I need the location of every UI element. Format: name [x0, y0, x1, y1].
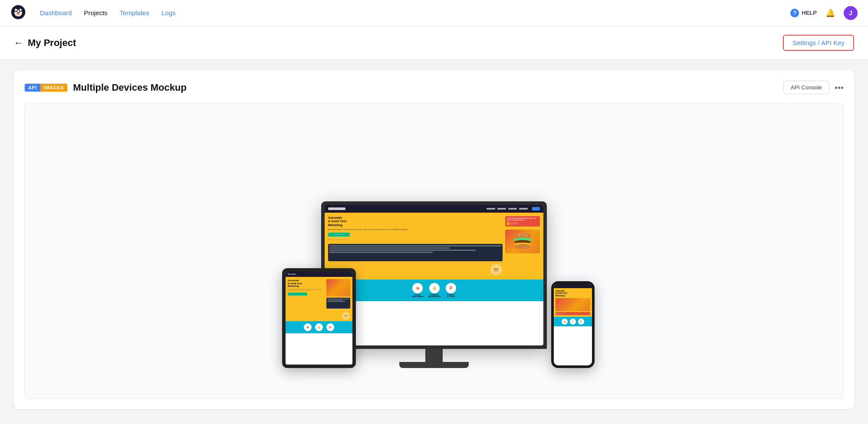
svg-point-5: [20, 8, 22, 10]
svg-point-24: [515, 244, 530, 249]
tablet-bear-icon: [342, 312, 350, 320]
phone-screen: Automate& Scale YourMarketing " Pound fo…: [554, 284, 592, 365]
nav-links: Dashboard Projects Templates Logs: [40, 9, 776, 16]
navbar: Dashboard Projects Templates Logs ? HELP…: [0, 0, 868, 26]
site-hero-subtext: Bannerbear helps you auto-generate socia…: [328, 229, 503, 231]
template-title: Multiple Devices Mockup: [73, 82, 187, 93]
main-content: API IMAGES Multiple Devices Mockup API C…: [0, 60, 868, 420]
bear-mascot-icon: [490, 263, 503, 276]
svg-point-28: [345, 316, 347, 318]
phone-device: Automate& Scale YourMarketing " Pound fo…: [551, 281, 595, 368]
nav-projects[interactable]: Projects: [84, 9, 107, 16]
site-hero-left: Automate& Scale YourMarketing Bannerbear…: [328, 216, 503, 276]
nav-logs[interactable]: Logs: [161, 9, 176, 16]
api-console-button[interactable]: API Console: [783, 81, 829, 94]
tablet-border: Bannerbear Automate& Scale YourMarketing…: [282, 268, 356, 368]
site-navbar: [325, 205, 543, 213]
user-avatar[interactable]: J: [844, 6, 858, 20]
site-hero-right: " Pound for pound, the best burger in to…: [505, 216, 540, 276]
api-badge: API: [25, 84, 40, 92]
svg-point-4: [15, 8, 17, 10]
nav-templates[interactable]: Templates: [120, 9, 149, 16]
site-hero: Automate& Scale YourMarketing Bannerbear…: [325, 213, 543, 279]
settings-api-key-button[interactable]: Settings / API Key: [783, 35, 854, 51]
help-label: HELP: [802, 10, 817, 16]
nav-dashboard[interactable]: Dashboard: [40, 9, 72, 16]
monitor-stand-base: [399, 362, 469, 368]
svg-point-8: [18, 12, 20, 13]
template-card-header: API IMAGES Multiple Devices Mockup API C…: [24, 81, 844, 94]
tablet-device: Bannerbear Automate& Scale YourMarketing…: [282, 268, 356, 368]
page-title: My Project: [28, 37, 76, 49]
aws-partner: A POWERED BYAWS SERVERLESS: [428, 283, 441, 298]
site-logo-bar: [328, 207, 345, 210]
site-lower-partners: ✳ OFFICIALZAPIER PARTNER A POWERED BYAWS…: [325, 279, 543, 301]
back-button[interactable]: ← My Project: [14, 37, 76, 49]
svg-point-7: [17, 12, 18, 13]
preview-container: Automate& Scale YourMarketing Bannerbear…: [24, 103, 844, 399]
svg-point-20: [525, 235, 527, 236]
svg-point-26: [345, 315, 345, 316]
images-badge: IMAGES: [40, 84, 67, 92]
help-button[interactable]: ? HELP: [790, 9, 817, 17]
device-scene: Automate& Scale YourMarketing Bannerbear…: [256, 121, 612, 381]
back-arrow-icon: ←: [14, 37, 23, 49]
svg-point-18: [519, 234, 520, 235]
svg-point-16: [495, 270, 497, 272]
monitor-screen: Automate& Scale YourMarketing Bannerbear…: [325, 205, 543, 345]
page-header: ← My Project Settings / API Key: [0, 26, 868, 60]
logo[interactable]: [10, 4, 26, 22]
site-hero-heading: Automate& Scale YourMarketing: [328, 216, 503, 227]
more-options-button[interactable]: •••: [835, 83, 844, 92]
code-block: [328, 244, 503, 261]
burger-image: [505, 230, 540, 253]
site-nav-cta: [532, 207, 540, 210]
svg-point-19: [522, 234, 524, 235]
svg-point-25: [342, 312, 349, 319]
phone-border: Automate& Scale YourMarketing " Pound fo…: [551, 281, 595, 368]
template-card: API IMAGES Multiple Devices Mockup API C…: [14, 70, 854, 409]
svg-point-15: [497, 269, 498, 270]
navbar-right: ? HELP 🔔 J: [790, 6, 858, 20]
ph-partner: P #1 PRODUCTOF THE DAY: [446, 283, 456, 298]
template-card-actions: API Console •••: [783, 81, 844, 94]
site-cta-button: Get Started for Free: [328, 233, 350, 237]
tablet-screen: Bannerbear Automate& Scale YourMarketing…: [286, 272, 352, 365]
notifications-bell-icon[interactable]: 🔔: [825, 8, 835, 18]
site-nav-links: [487, 208, 528, 210]
badge-group: API IMAGES: [24, 83, 68, 92]
zapier-partner: ✳ OFFICIALZAPIER PARTNER: [412, 283, 423, 298]
monitor-stand-neck: [425, 349, 443, 362]
svg-point-9: [17, 13, 19, 15]
svg-point-27: [346, 315, 347, 316]
template-title-area: API IMAGES Multiple Devices Mockup: [24, 82, 187, 93]
svg-point-14: [494, 269, 496, 270]
help-icon: ?: [790, 9, 799, 17]
